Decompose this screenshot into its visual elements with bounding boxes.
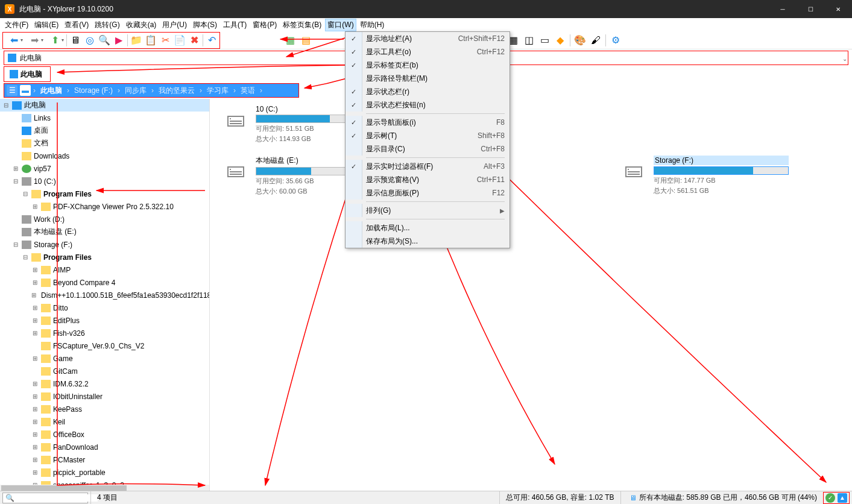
tree-expander[interactable]: ⊞ (31, 203, 39, 210)
menu-item[interactable]: ✓显示标签页栏(b) (346, 58, 510, 72)
tree-item[interactable]: ⊞Fish-v326 (0, 327, 209, 339)
menu-2[interactable]: 查看(V) (62, 19, 91, 31)
menu-item[interactable]: 显示预览窗格(V)Ctrl+F11 (346, 173, 510, 186)
tree-item[interactable]: ⊞IObitUninstaller (0, 390, 209, 403)
tree-expander[interactable]: ⊞ (31, 330, 39, 336)
menu-item[interactable]: 加载布局(L)... (346, 221, 510, 235)
breadcrumb-item[interactable]: 我的坚果云 (156, 86, 197, 96)
breadcrumb-item[interactable]: 学习库 (204, 86, 231, 96)
menu-0[interactable]: 文件(F) (2, 19, 31, 31)
menu-item[interactable]: ✓显示实时过滤器框(F)Alt+F3 (346, 160, 510, 173)
computer-icon[interactable]: 🖥 (68, 33, 83, 48)
ok-status-icon[interactable]: ✓ (825, 493, 835, 494)
tree-item[interactable]: ⊟Storage (F:) (0, 238, 209, 251)
tree-item[interactable]: ⊞OfficeBox (0, 428, 209, 441)
pc-icon[interactable]: ▬ (20, 85, 31, 96)
undo-icon[interactable]: ↶ (204, 33, 219, 48)
menu-item[interactable]: 排列(G)▶ (346, 204, 510, 217)
tree-item[interactable]: ⊞KeePass (0, 403, 209, 415)
tree-item[interactable]: ⊟Program Files (0, 187, 209, 200)
breadcrumb-item[interactable]: 此电脑 (38, 86, 65, 96)
tree-expander[interactable]: ⊟ (12, 241, 19, 248)
drive-item[interactable]: 🖴 Storage (F:) 可用空间: 147.77 GB 总大小: 561.… (620, 156, 789, 196)
up-button[interactable]: ⬆ (45, 33, 65, 48)
paste-icon[interactable]: 📄 (172, 33, 187, 48)
tree-item[interactable]: ⊞Keil (0, 415, 209, 428)
tree-item[interactable]: ⊞PDF-XChange Viewer Pro 2.5.322.10 (0, 200, 209, 213)
breadcrumb-item[interactable]: 同步库 (122, 86, 149, 96)
tree-item[interactable]: ⊞IDM.6.32.2 (0, 377, 209, 390)
menu-5[interactable]: 用户(U) (160, 19, 189, 31)
menu-1[interactable]: 编辑(E) (32, 19, 61, 31)
tree-item[interactable]: 桌面 (0, 124, 209, 137)
menu-item[interactable]: ✓显示状态栏(r) (346, 85, 510, 98)
tree-item[interactable]: ⊞Ditto (0, 301, 209, 314)
menu-item[interactable]: 显示路径导航栏(M) (346, 72, 510, 85)
minimize-button[interactable]: ─ (769, 0, 797, 18)
sync-status-icon[interactable]: ▲ (838, 493, 847, 494)
copy-icon[interactable]: 📋 (144, 33, 158, 48)
tree-item[interactable]: ⊞picpick_portable (0, 466, 209, 479)
view-icon-1[interactable]: ▦ (283, 33, 297, 48)
tree-expander[interactable]: ⊞ (31, 266, 39, 273)
back-button[interactable]: ⬅ (4, 33, 24, 48)
menu-item[interactable]: ✓显示状态栏按钮(n) (346, 98, 510, 112)
tree-expander[interactable]: ⊞ (31, 380, 39, 387)
tree-expander[interactable]: ⊞ (31, 393, 39, 400)
tree-expander[interactable]: ⊞ (31, 469, 39, 476)
breadcrumb-item[interactable]: 英语 (238, 86, 257, 96)
tree-expander[interactable]: ⊞ (31, 406, 39, 412)
settings-icon[interactable]: ⚙ (608, 33, 623, 48)
tree-item[interactable]: ⊞Game (0, 352, 209, 365)
close-button[interactable]: ✕ (824, 0, 852, 18)
tree-expander[interactable]: ⊞ (31, 292, 36, 298)
play-icon[interactable]: ▶ (112, 33, 126, 48)
tree-item[interactable]: ⊞Dism++10.1.1000.51B_6feef5fa1ea53930ecd… (0, 289, 209, 301)
tree-item[interactable]: Work (D:) (0, 213, 209, 225)
breadcrumb-item[interactable]: Storage (F:) (72, 86, 115, 95)
menu-11[interactable]: 帮助(H) (358, 19, 387, 31)
gear-color-icon[interactable]: 🎨 (573, 33, 587, 48)
tree-expander[interactable]: ⊟ (22, 254, 29, 260)
breadcrumb[interactable]: ☰ ▬ › 此电脑›Storage (F:)›同步库›我的坚果云›学习库›英语› (4, 84, 298, 97)
tree-item[interactable]: ⊞EditPlus (0, 314, 209, 327)
tree-item[interactable]: ⊟Program Files (0, 251, 209, 263)
menu-4[interactable]: 收藏夹(a) (124, 19, 159, 31)
menu-9[interactable]: 标签页集(B) (280, 19, 324, 31)
tree-item[interactable]: ⊟10 (C:) (0, 175, 209, 187)
tree-item[interactable]: GitCam (0, 365, 209, 377)
target-icon[interactable]: ◎ (83, 33, 97, 48)
forward-button[interactable]: ➡ (24, 33, 45, 48)
menu-3[interactable]: 跳转(G) (92, 19, 122, 31)
dual-pane-icon[interactable]: ◫ (522, 33, 536, 48)
tree-item[interactable]: ⊟此电脑 (0, 99, 209, 112)
filter-box[interactable]: 🔍 (2, 493, 88, 494)
tree-expander[interactable]: ⊞ (31, 444, 39, 450)
menu-item[interactable]: 显示信息面板(P)F12 (346, 186, 510, 200)
view-icon-2[interactable]: ▤ (298, 33, 313, 48)
tree-item[interactable]: Links (0, 112, 209, 124)
tree-expander[interactable]: ⊟ (2, 102, 10, 109)
tree-expander[interactable]: ⊞ (31, 355, 39, 362)
tree-expander[interactable]: ⊟ (12, 178, 19, 184)
tree-expander[interactable]: ⊞ (31, 279, 39, 286)
menu-item[interactable]: ✓显示导航面板(i)F8 (346, 116, 510, 129)
tree-item[interactable]: FSCapture_Ver.9.0_Chs_V2 (0, 339, 209, 352)
menu-item[interactable]: ✓显示树(T)Shift+F8 (346, 129, 510, 142)
tree-item[interactable]: ⊞PCMaster (0, 453, 209, 466)
tree-item[interactable]: Downloads (0, 150, 209, 162)
tree-item[interactable]: ⊞vip57 (0, 162, 209, 175)
delete-icon[interactable]: ✖ (187, 33, 201, 48)
book-icon[interactable]: ◆ (553, 33, 567, 48)
collapse-chevron-icon[interactable]: ⌄ (842, 55, 847, 62)
maximize-button[interactable]: ☐ (797, 0, 824, 18)
file-list[interactable]: 🖴 10 (C:) 可用空间: 51.51 GB 总大小: 114.93 GB … (210, 99, 852, 493)
tree-item[interactable]: 本地磁盘 (E:) (0, 225, 209, 238)
tree-expander[interactable]: ⊞ (31, 317, 39, 324)
menu-item[interactable]: ✓显示地址栏(A)Ctrl+Shift+F12 (346, 32, 510, 45)
tree-expander[interactable]: ⊞ (31, 304, 39, 311)
menu-item[interactable]: 保存布局为(S)... (346, 235, 510, 248)
tree-expander[interactable]: ⊞ (12, 165, 19, 172)
tree-item[interactable]: ⊞PanDownload (0, 441, 209, 453)
tree-expander[interactable]: ⊞ (31, 456, 39, 463)
